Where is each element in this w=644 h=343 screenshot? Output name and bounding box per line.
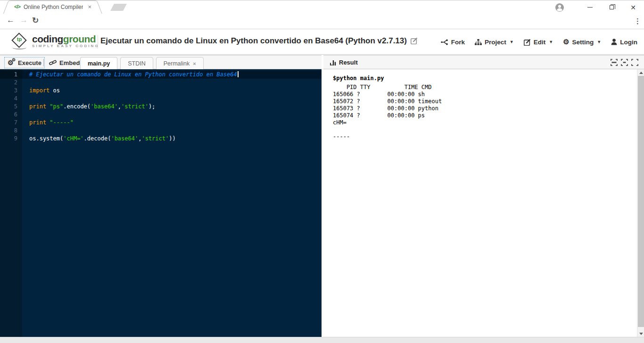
code-line[interactable]: import os (22, 87, 322, 95)
logo-tagline: SIMPLY EASY CODING (32, 44, 99, 48)
restore-button[interactable] (601, 1, 622, 14)
forward-button[interactable]: → (20, 16, 28, 25)
fork-icon (441, 39, 448, 45)
tab-permalink[interactable]: Permalink× (156, 57, 204, 70)
line-number: 9 (0, 135, 22, 143)
setting-menu[interactable]: ⚙ Setting ▼ (563, 39, 601, 46)
line-number: 3 (0, 87, 22, 95)
header-menu: Fork Project ▼ Edit ▼ ⚙ Settin (441, 29, 637, 55)
line-number: 7 (0, 119, 22, 127)
project-menu[interactable]: Project ▼ (475, 39, 514, 46)
code-line[interactable]: # Ejecutar un comando de Linux en Python… (22, 71, 322, 79)
execute-label: Execute (18, 59, 41, 66)
minimize-button[interactable] (579, 1, 601, 14)
sitemap-icon (475, 39, 482, 45)
fork-label: Fork (451, 39, 465, 46)
editor-toolbar: ⚙⚙ Execute Embed main.py STDIN Permalink… (0, 55, 322, 69)
close-icon: ✕ (630, 4, 636, 11)
gears-icon: ⚙⚙ (8, 59, 16, 66)
code-line[interactable]: print "-----" (22, 119, 322, 127)
setting-label: Setting (572, 39, 594, 46)
fork-button[interactable]: Fork (441, 39, 465, 46)
editor-tabs: main.py STDIN Permalink× (80, 57, 204, 70)
horizontal-scrollbar-track[interactable] (0, 337, 644, 343)
result-output-area[interactable]: $python main.py PID TTY TIME CMD 165066 … (323, 69, 637, 337)
code-favicon-icon: </> (14, 4, 20, 9)
line-number: 2 (0, 79, 22, 87)
layout-fullscreen-icon[interactable] (631, 59, 638, 66)
chevron-down-icon: ▼ (510, 40, 514, 44)
result-toolbar: Result (323, 55, 644, 69)
title-edit-icon[interactable] (411, 37, 418, 44)
codingground-logo-icon: tp (11, 33, 27, 49)
reload-button[interactable]: ↻ (32, 16, 39, 25)
back-button[interactable]: ← (7, 16, 15, 25)
login-label: Login (620, 39, 637, 46)
minimize-icon (587, 7, 593, 8)
bar-chart-icon (330, 60, 336, 65)
line-number: 6 (0, 111, 22, 119)
code-editor[interactable]: 123456789 # Ejecutar un comando de Linux… (0, 69, 322, 337)
pane-layout-controls (611, 59, 638, 66)
scroll-down-icon[interactable] (637, 330, 644, 337)
result-title: Result (330, 59, 358, 66)
edit-menu[interactable]: Edit ▼ (524, 39, 553, 46)
close-button[interactable]: ✕ (622, 1, 644, 14)
user-icon (611, 39, 617, 45)
tab-main-py[interactable]: main.py (80, 57, 117, 70)
browser-titlebar: </> Online Python Compiler × ✕ (0, 0, 644, 14)
project-label: Project (485, 39, 506, 46)
login-button[interactable]: Login (611, 39, 637, 46)
window-controls: ✕ (549, 0, 644, 14)
code-line[interactable] (22, 111, 322, 119)
line-number: 4 (0, 95, 22, 103)
profile-avatar-icon[interactable] (549, 1, 570, 14)
browser-window: </> Online Python Compiler × ✕ ← → ↻ (0, 0, 644, 343)
result-output: PID TTY TIME CMD 165066 ? 00:00:00 sh 16… (333, 84, 637, 140)
browser-menu-icon[interactable]: ⋮ (634, 17, 641, 25)
restore-icon (610, 5, 614, 9)
gear-icon: ⚙ (563, 39, 569, 45)
header-divider (98, 35, 98, 49)
line-number: 8 (0, 127, 22, 135)
logo-text-coding: coding (32, 33, 63, 44)
scroll-up-icon[interactable] (637, 69, 644, 76)
page-title: Ejecutar un comando de Linux en Python c… (100, 36, 418, 46)
tab-title: Online Python Compiler (24, 4, 83, 10)
line-number: 1 (0, 71, 22, 79)
browser-nav-toolbar: ← → ↻ Es seguro https://www.tutorialspoi… (0, 14, 644, 29)
text-cursor (238, 71, 239, 77)
tab-close-icon[interactable]: × (88, 3, 91, 11)
tab-close-icon[interactable]: × (193, 61, 196, 66)
code-line[interactable] (22, 95, 322, 103)
code-line[interactable] (22, 127, 322, 135)
edit-square-icon (524, 39, 531, 46)
toolbar-separator (43, 59, 44, 66)
editor-gutter: 123456789 (0, 69, 22, 337)
tab-stdin[interactable]: STDIN (120, 57, 153, 70)
site-header: tp codingground SIMPLY EASY CODING Ejecu… (0, 29, 644, 55)
layout-collapse-icon[interactable] (621, 59, 628, 66)
result-scrollbar[interactable] (637, 69, 644, 337)
chevron-down-icon: ▼ (549, 40, 553, 44)
code-line[interactable]: os.system('cHM='.decode('base64','strict… (22, 135, 322, 143)
editor-code[interactable]: # Ejecutar un comando de Linux en Python… (22, 69, 322, 337)
edit-label: Edit (534, 39, 546, 46)
logo-text-ground: ground (63, 33, 96, 44)
codingground-logo[interactable]: tp codingground SIMPLY EASY CODING (11, 33, 99, 49)
link-icon (49, 59, 57, 66)
line-number: 5 (0, 103, 22, 111)
result-command: $python main.py (333, 75, 637, 82)
browser-tab[interactable]: </> Online Python Compiler × (3, 0, 103, 14)
execute-button[interactable]: ⚙⚙ Execute (5, 57, 44, 68)
code-line[interactable]: print "ps".encode('base64','strict'); (22, 103, 322, 111)
embed-button[interactable]: Embed (49, 57, 80, 68)
new-tab-button[interactable] (110, 4, 127, 11)
embed-label: Embed (59, 59, 80, 66)
code-line[interactable] (22, 79, 322, 87)
chevron-down-icon: ▼ (597, 40, 601, 44)
layout-split-icon[interactable] (611, 59, 618, 66)
scrollbar-thumb[interactable] (638, 76, 644, 327)
